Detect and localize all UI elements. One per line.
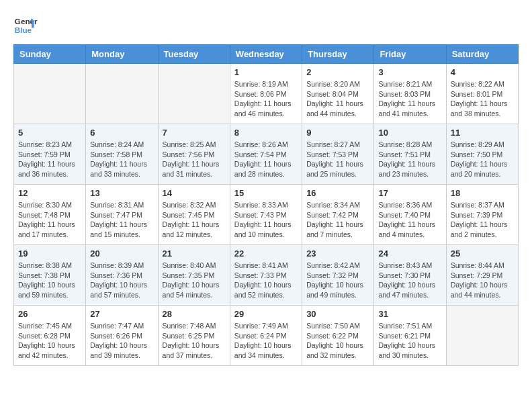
day-number: 9: [306, 128, 369, 138]
page-header: General Blue: [13, 13, 519, 38]
calendar-cell: [14, 64, 86, 124]
day-info: Sunrise: 8:31 AM Sunset: 7:47 PM Dayligh…: [90, 200, 153, 240]
day-number: 7: [163, 128, 226, 138]
day-info: Sunrise: 8:40 AM Sunset: 7:35 PM Dayligh…: [163, 261, 226, 300]
day-number: 2: [306, 67, 369, 77]
day-info: Sunrise: 7:50 AM Sunset: 6:22 PM Dayligh…: [306, 321, 369, 361]
svg-text:General: General: [15, 17, 38, 26]
day-info: Sunrise: 8:29 AM Sunset: 7:50 PM Dayligh…: [451, 140, 514, 179]
calendar-cell: 16Sunrise: 8:34 AM Sunset: 7:42 PM Dayli…: [302, 185, 374, 245]
day-number: 20: [90, 248, 153, 259]
day-info: Sunrise: 8:41 AM Sunset: 7:33 PM Dayligh…: [234, 261, 298, 300]
day-info: Sunrise: 8:36 AM Sunset: 7:40 PM Dayligh…: [378, 200, 441, 240]
day-number: 22: [234, 248, 298, 259]
day-number: 6: [90, 128, 153, 138]
calendar-cell: 6Sunrise: 8:24 AM Sunset: 7:58 PM Daylig…: [86, 124, 158, 185]
day-info: Sunrise: 8:26 AM Sunset: 7:54 PM Dayligh…: [234, 140, 298, 179]
day-number: 19: [18, 248, 81, 259]
column-header-saturday: Saturday: [446, 45, 518, 64]
day-number: 12: [18, 188, 81, 198]
logo-icon: General Blue: [13, 13, 38, 38]
day-number: 27: [90, 309, 153, 319]
calendar-week-row: 5Sunrise: 8:23 AM Sunset: 7:59 PM Daylig…: [14, 124, 519, 185]
calendar-week-row: 19Sunrise: 8:38 AM Sunset: 7:38 PM Dayli…: [14, 245, 519, 306]
day-number: 15: [234, 188, 298, 198]
day-number: 8: [234, 128, 298, 138]
day-info: Sunrise: 8:21 AM Sunset: 8:03 PM Dayligh…: [378, 79, 441, 119]
day-number: 17: [378, 188, 441, 198]
calendar-cell: 5Sunrise: 8:23 AM Sunset: 7:59 PM Daylig…: [14, 124, 86, 185]
calendar-cell: 21Sunrise: 8:40 AM Sunset: 7:35 PM Dayli…: [158, 245, 230, 306]
day-info: Sunrise: 8:23 AM Sunset: 7:59 PM Dayligh…: [18, 140, 81, 179]
calendar-cell: 8Sunrise: 8:26 AM Sunset: 7:54 PM Daylig…: [230, 124, 302, 185]
logo: General Blue: [13, 13, 38, 38]
calendar-cell: 31Sunrise: 7:51 AM Sunset: 6:21 PM Dayli…: [374, 306, 446, 366]
day-number: 28: [163, 309, 226, 319]
calendar-cell: 7Sunrise: 8:25 AM Sunset: 7:56 PM Daylig…: [158, 124, 230, 185]
day-info: Sunrise: 8:33 AM Sunset: 7:43 PM Dayligh…: [234, 200, 298, 240]
day-info: Sunrise: 7:47 AM Sunset: 6:26 PM Dayligh…: [90, 321, 153, 361]
day-info: Sunrise: 8:20 AM Sunset: 8:04 PM Dayligh…: [306, 79, 369, 119]
day-number: 25: [451, 248, 514, 259]
calendar-cell: 12Sunrise: 8:30 AM Sunset: 7:48 PM Dayli…: [14, 185, 86, 245]
day-number: 24: [378, 248, 441, 259]
day-info: Sunrise: 8:28 AM Sunset: 7:51 PM Dayligh…: [378, 140, 441, 179]
day-info: Sunrise: 8:25 AM Sunset: 7:56 PM Dayligh…: [163, 140, 226, 179]
calendar-cell: 27Sunrise: 7:47 AM Sunset: 6:26 PM Dayli…: [86, 306, 158, 366]
column-header-tuesday: Tuesday: [158, 45, 230, 64]
day-number: 30: [306, 309, 369, 319]
day-number: 3: [378, 67, 441, 77]
day-info: Sunrise: 8:43 AM Sunset: 7:30 PM Dayligh…: [378, 261, 441, 300]
calendar-cell: 2Sunrise: 8:20 AM Sunset: 8:04 PM Daylig…: [302, 64, 374, 124]
day-info: Sunrise: 7:49 AM Sunset: 6:24 PM Dayligh…: [234, 321, 298, 361]
column-header-wednesday: Wednesday: [230, 45, 302, 64]
column-header-thursday: Thursday: [302, 45, 374, 64]
day-info: Sunrise: 7:45 AM Sunset: 6:28 PM Dayligh…: [18, 321, 81, 361]
column-header-friday: Friday: [374, 45, 446, 64]
day-number: 14: [163, 188, 226, 198]
day-number: 18: [451, 188, 514, 198]
day-info: Sunrise: 8:37 AM Sunset: 7:39 PM Dayligh…: [451, 200, 514, 240]
calendar-cell: 17Sunrise: 8:36 AM Sunset: 7:40 PM Dayli…: [374, 185, 446, 245]
calendar-cell: 11Sunrise: 8:29 AM Sunset: 7:50 PM Dayli…: [446, 124, 518, 185]
day-info: Sunrise: 7:48 AM Sunset: 6:25 PM Dayligh…: [163, 321, 226, 361]
calendar-cell: 28Sunrise: 7:48 AM Sunset: 6:25 PM Dayli…: [158, 306, 230, 366]
calendar-cell: 1Sunrise: 8:19 AM Sunset: 8:06 PM Daylig…: [230, 64, 302, 124]
day-info: Sunrise: 8:30 AM Sunset: 7:48 PM Dayligh…: [18, 200, 81, 240]
calendar-cell: [158, 64, 230, 124]
calendar-table: SundayMondayTuesdayWednesdayThursdayFrid…: [13, 44, 519, 366]
calendar-cell: 4Sunrise: 8:22 AM Sunset: 8:01 PM Daylig…: [446, 64, 518, 124]
day-info: Sunrise: 8:34 AM Sunset: 7:42 PM Dayligh…: [306, 200, 369, 240]
calendar-cell: 24Sunrise: 8:43 AM Sunset: 7:30 PM Dayli…: [374, 245, 446, 306]
calendar-cell: [86, 64, 158, 124]
calendar-header-row: SundayMondayTuesdayWednesdayThursdayFrid…: [14, 45, 519, 64]
calendar-cell: 19Sunrise: 8:38 AM Sunset: 7:38 PM Dayli…: [14, 245, 86, 306]
calendar-cell: 14Sunrise: 8:32 AM Sunset: 7:45 PM Dayli…: [158, 185, 230, 245]
calendar-cell: 22Sunrise: 8:41 AM Sunset: 7:33 PM Dayli…: [230, 245, 302, 306]
calendar-cell: 10Sunrise: 8:28 AM Sunset: 7:51 PM Dayli…: [374, 124, 446, 185]
calendar-cell: 25Sunrise: 8:44 AM Sunset: 7:29 PM Dayli…: [446, 245, 518, 306]
calendar-cell: 9Sunrise: 8:27 AM Sunset: 7:53 PM Daylig…: [302, 124, 374, 185]
day-info: Sunrise: 8:44 AM Sunset: 7:29 PM Dayligh…: [451, 261, 514, 300]
column-header-monday: Monday: [86, 45, 158, 64]
calendar-cell: 30Sunrise: 7:50 AM Sunset: 6:22 PM Dayli…: [302, 306, 374, 366]
calendar-cell: 29Sunrise: 7:49 AM Sunset: 6:24 PM Dayli…: [230, 306, 302, 366]
calendar-week-row: 26Sunrise: 7:45 AM Sunset: 6:28 PM Dayli…: [14, 306, 519, 366]
calendar-cell: [446, 306, 518, 366]
calendar-cell: 13Sunrise: 8:31 AM Sunset: 7:47 PM Dayli…: [86, 185, 158, 245]
day-info: Sunrise: 8:22 AM Sunset: 8:01 PM Dayligh…: [451, 79, 514, 119]
day-number: 4: [451, 67, 514, 77]
svg-text:Blue: Blue: [15, 26, 32, 34]
calendar-cell: 18Sunrise: 8:37 AM Sunset: 7:39 PM Dayli…: [446, 185, 518, 245]
day-number: 16: [306, 188, 369, 198]
day-info: Sunrise: 8:27 AM Sunset: 7:53 PM Dayligh…: [306, 140, 369, 179]
calendar-cell: 26Sunrise: 7:45 AM Sunset: 6:28 PM Dayli…: [14, 306, 86, 366]
day-info: Sunrise: 8:42 AM Sunset: 7:32 PM Dayligh…: [306, 261, 369, 300]
calendar-cell: 23Sunrise: 8:42 AM Sunset: 7:32 PM Dayli…: [302, 245, 374, 306]
day-info: Sunrise: 8:19 AM Sunset: 8:06 PM Dayligh…: [234, 79, 298, 119]
day-info: Sunrise: 8:32 AM Sunset: 7:45 PM Dayligh…: [163, 200, 226, 240]
calendar-week-row: 12Sunrise: 8:30 AM Sunset: 7:48 PM Dayli…: [14, 185, 519, 245]
day-number: 11: [451, 128, 514, 138]
day-info: Sunrise: 7:51 AM Sunset: 6:21 PM Dayligh…: [378, 321, 441, 361]
day-number: 1: [234, 67, 298, 77]
